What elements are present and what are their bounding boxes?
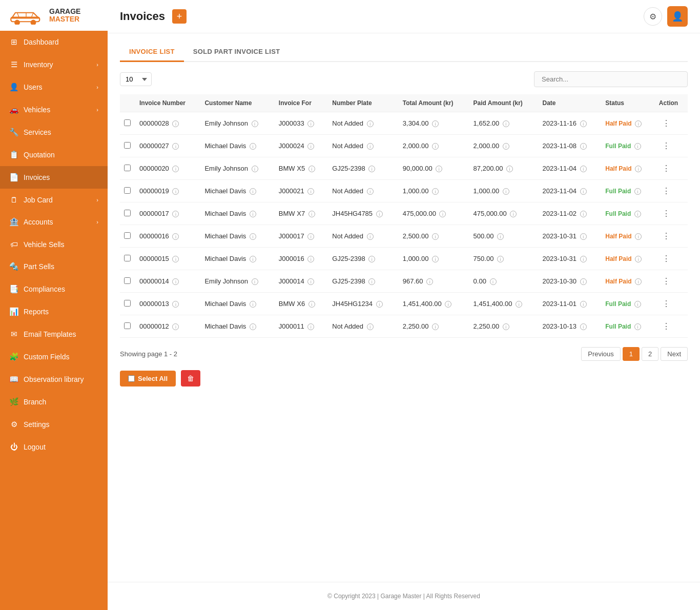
col-status: Status	[601, 94, 655, 112]
sidebar-item-emailtemplates[interactable]: ✉ Email Templates	[0, 323, 108, 345]
add-invoice-button[interactable]: +	[172, 9, 187, 24]
emailtemplates-icon: ✉	[9, 330, 18, 339]
row-checkbox[interactable]	[124, 277, 131, 284]
sidebar-item-jobcard[interactable]: 🗒 Job Card ›	[0, 189, 108, 211]
cell-action[interactable]: ⋮	[655, 180, 688, 202]
cell-status: Half Paid i	[601, 157, 655, 180]
toolbar: 10 25 50 100	[120, 71, 688, 87]
sidebar-item-branch[interactable]: 🌿 Branch	[0, 391, 108, 413]
tab-invoice-list[interactable]: INVOICE LIST	[120, 43, 184, 62]
row-action-button[interactable]: ⋮	[659, 208, 673, 219]
sidebar-item-logout[interactable]: ⏻ Logout	[0, 436, 108, 458]
select-all-button[interactable]: Select All	[120, 371, 176, 387]
row-action-button[interactable]: ⋮	[659, 230, 673, 242]
sidebar-item-settings[interactable]: ⚙ Settings	[0, 413, 108, 436]
per-page-dropdown[interactable]: 10 25 50 100	[120, 72, 152, 86]
info-icon: i	[497, 233, 504, 240]
cell-invoice-number: 00000028 i	[135, 112, 200, 135]
cell-action[interactable]: ⋮	[655, 270, 688, 293]
sidebar-item-vehicles[interactable]: 🚗 Vehicles ›	[0, 98, 108, 121]
page-1-button[interactable]: 1	[623, 347, 640, 361]
cell-invoice-number: 00000027 i	[135, 135, 200, 157]
settings-button[interactable]: ⚙	[644, 7, 662, 26]
user-avatar[interactable]: 👤	[667, 6, 688, 27]
chevron-inventory-icon: ›	[96, 62, 98, 68]
cell-action[interactable]: ⋮	[655, 293, 688, 315]
row-checkbox[interactable]	[124, 322, 131, 329]
row-checkbox-cell[interactable]	[120, 270, 135, 293]
vehicles-icon: 🚗	[9, 105, 18, 114]
cell-total-amount: 2,000.00 i	[399, 135, 469, 157]
page-2-button[interactable]: 2	[642, 347, 658, 361]
sidebar-item-inventory[interactable]: ☰ Inventory ›	[0, 53, 108, 76]
sidebar-item-reports[interactable]: 📊 Reports	[0, 300, 108, 323]
search-input[interactable]	[534, 71, 688, 87]
cell-action[interactable]: ⋮	[655, 112, 688, 135]
info-icon: i	[580, 188, 587, 195]
row-action-button[interactable]: ⋮	[659, 253, 673, 265]
row-checkbox-cell[interactable]	[120, 225, 135, 248]
row-checkbox[interactable]	[124, 300, 131, 307]
table-row: 00000027 i Michael Davis i J000024 i Not…	[120, 135, 688, 157]
row-checkbox-cell[interactable]	[120, 248, 135, 270]
sidebar-item-users[interactable]: 👤 Users ›	[0, 76, 108, 98]
row-checkbox-cell[interactable]	[120, 180, 135, 202]
cell-action[interactable]: ⋮	[655, 248, 688, 270]
info-icon: i	[432, 256, 439, 262]
select-all-checkbox[interactable]	[128, 375, 135, 382]
row-checkbox[interactable]	[124, 119, 131, 126]
sidebar-item-customfields[interactable]: 🧩 Custom Fields	[0, 345, 108, 368]
sidebar-item-compliances[interactable]: 📑 Compliances	[0, 278, 108, 300]
cell-action[interactable]: ⋮	[655, 315, 688, 338]
row-action-button[interactable]: ⋮	[659, 162, 673, 174]
tab-sold-part-invoice-list[interactable]: SOLD PART INVOICE LIST	[184, 43, 290, 62]
cell-action[interactable]: ⋮	[655, 202, 688, 225]
row-checkbox[interactable]	[124, 165, 131, 171]
sidebar-item-services[interactable]: 🔧 Services	[0, 121, 108, 144]
sidebar-item-accounts[interactable]: 🏦 Accounts ›	[0, 211, 108, 233]
row-action-button[interactable]: ⋮	[659, 140, 673, 152]
cell-total-amount: 1,000.00 i	[399, 248, 469, 270]
sidebar-item-invoices[interactable]: 📄 Invoices	[0, 166, 108, 189]
nav-items: ⊞ Dashboard ☰ Inventory › 👤 Users › 🚗 Ve…	[0, 31, 108, 458]
info-icon: i	[172, 278, 179, 285]
info-icon: i	[635, 256, 642, 262]
next-page-button[interactable]: Next	[661, 347, 688, 361]
delete-button[interactable]: 🗑	[181, 370, 200, 387]
row-action-button[interactable]: ⋮	[659, 320, 673, 332]
row-action-button[interactable]: ⋮	[659, 298, 673, 310]
cell-customer-name: Michael Davis i	[200, 135, 274, 157]
row-checkbox-cell[interactable]	[120, 135, 135, 157]
sidebar-item-dashboard[interactable]: ⊞ Dashboard	[0, 31, 108, 53]
sidebar-item-vehiclesells[interactable]: 🏷 Vehicle Sells	[0, 233, 108, 255]
row-checkbox-cell[interactable]	[120, 157, 135, 180]
row-action-button[interactable]: ⋮	[659, 185, 673, 197]
sidebar-item-observationlibrary[interactable]: 📖 Observation library	[0, 368, 108, 391]
row-checkbox[interactable]	[124, 232, 131, 239]
sidebar-label-vehicles: Vehicles	[24, 106, 91, 114]
cell-customer-name: Michael Davis i	[200, 225, 274, 248]
sidebar-item-partsells[interactable]: 🔩 Part Sells	[0, 255, 108, 278]
row-action-button[interactable]: ⋮	[659, 275, 673, 287]
sidebar-label-vehiclesells: Vehicle Sells	[24, 240, 98, 249]
sidebar-item-quotation[interactable]: 📋 Quotation	[0, 144, 108, 166]
row-checkbox[interactable]	[124, 210, 131, 216]
cell-status: Full Paid i	[601, 293, 655, 315]
info-icon: i	[172, 166, 179, 172]
logo-garage: GARAGE	[49, 8, 80, 15]
info-icon: i	[432, 233, 439, 240]
cell-action[interactable]: ⋮	[655, 135, 688, 157]
cell-action[interactable]: ⋮	[655, 225, 688, 248]
row-action-button[interactable]: ⋮	[659, 117, 673, 129]
select-all-label: Select All	[138, 375, 168, 382]
row-checkbox-cell[interactable]	[120, 315, 135, 338]
previous-page-button[interactable]: Previous	[581, 347, 621, 361]
row-checkbox-cell[interactable]	[120, 202, 135, 225]
row-checkbox[interactable]	[124, 142, 131, 149]
row-checkbox-cell[interactable]	[120, 112, 135, 135]
row-checkbox[interactable]	[124, 255, 131, 261]
cell-action[interactable]: ⋮	[655, 157, 688, 180]
row-checkbox-cell[interactable]	[120, 293, 135, 315]
info-icon: i	[307, 120, 314, 127]
row-checkbox[interactable]	[124, 187, 131, 194]
